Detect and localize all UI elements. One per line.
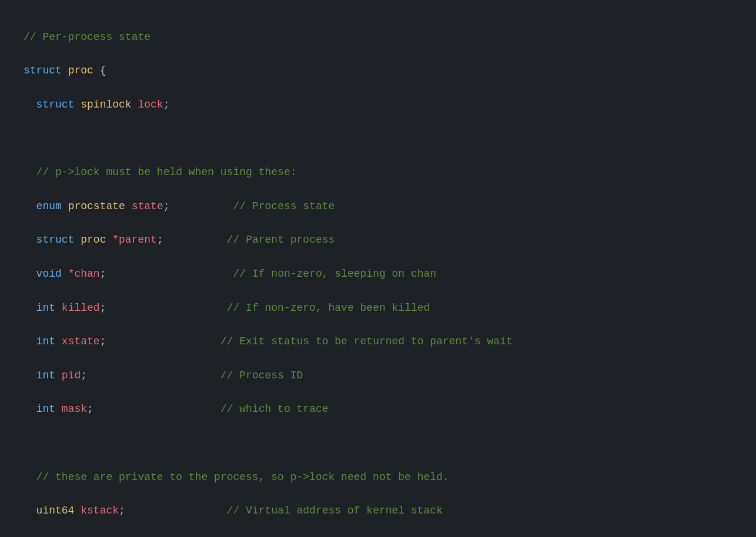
comment-3: // these are private to the process, so …: [36, 471, 449, 483]
kw-struct-1: struct: [24, 65, 62, 76]
kw-void: void: [36, 268, 62, 280]
kw-int-4: int: [36, 403, 55, 415]
field-lock: lock: [138, 99, 163, 110]
field-chan: *chan: [68, 268, 100, 280]
comment-state: // Process state: [233, 200, 335, 212]
line-8: void *chan; // If non-zero, sleeping on …: [24, 266, 732, 283]
comment-2: // p->lock must be held when using these…: [36, 166, 297, 178]
type-uint64-1: uint64: [36, 505, 75, 516]
line-6: enum procstate state; // Process state: [24, 198, 732, 215]
comment-xstate: // Exit status to be returned to parent'…: [220, 335, 513, 347]
line-13: [24, 435, 732, 452]
line-12: int mask; // which to trace: [24, 401, 732, 418]
kw-int-2: int: [36, 335, 55, 347]
comment-1: // Per-process state: [24, 31, 150, 43]
field-state: state: [132, 200, 163, 212]
field-killed: killed: [62, 302, 100, 314]
kw-enum: enum: [36, 200, 62, 212]
line-7: struct proc *parent; // Parent process: [24, 231, 732, 249]
kw-int-3: int: [36, 370, 55, 381]
kw-int-1: int: [36, 302, 55, 314]
line-11: int pid; // Process ID: [24, 367, 732, 384]
comment-killed: // If non-zero, have been killed: [227, 302, 430, 314]
kw-struct-2: struct: [36, 99, 75, 110]
field-kstack: kstack: [81, 505, 119, 516]
line-9: int killed; // If non-zero, have been ki…: [24, 300, 732, 317]
line-10: int xstate; // Exit status to be returne…: [24, 333, 732, 350]
line-15: uint64 kstack; // Virtual address of ker…: [24, 502, 732, 519]
code-block: // Per-process state struct proc { struc…: [24, 12, 732, 537]
type-proc-2: proc: [81, 234, 106, 246]
kw-struct-3: struct: [36, 234, 75, 246]
comment-chan: // If non-zero, sleeping on chan: [233, 268, 437, 280]
type-procstate: procstate: [68, 200, 125, 212]
comment-kstack: // Virtual address of kernel stack: [227, 505, 443, 516]
line-4: [24, 130, 732, 147]
comment-pid: // Process ID: [220, 370, 303, 381]
field-parent: *parent: [112, 234, 157, 246]
field-mask: mask: [62, 403, 87, 415]
line-14: // these are private to the process, so …: [24, 469, 732, 486]
line-3: struct spinlock lock;: [24, 96, 732, 113]
type-spinlock: spinlock: [81, 99, 131, 110]
line-5: // p->lock must be held when using these…: [24, 164, 732, 181]
field-xstate: xstate: [62, 335, 100, 347]
comment-parent: // Parent process: [227, 234, 335, 246]
line-2: struct proc {: [24, 62, 732, 79]
field-pid: pid: [62, 370, 81, 381]
comment-mask: // which to trace: [220, 403, 329, 415]
line-1: // Per-process state: [24, 29, 732, 46]
type-proc: proc: [68, 65, 93, 76]
